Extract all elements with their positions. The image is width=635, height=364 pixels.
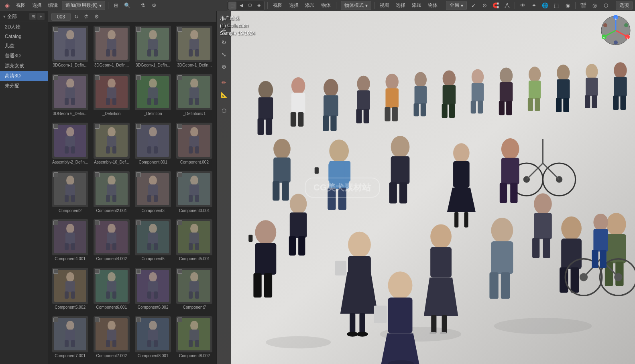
shading-dropdown[interactable]: 选项 bbox=[616, 1, 633, 10]
append-dropdown[interactable]: 追加(重用数据) ▾ bbox=[62, 1, 105, 10]
asset-checkbox-3[interactable] bbox=[177, 27, 182, 32]
asset-checkbox-16[interactable] bbox=[53, 220, 58, 225]
search-icon[interactable]: 🔍 bbox=[122, 1, 132, 10]
vp-object[interactable]: 物体 bbox=[425, 1, 440, 10]
asset-item-8[interactable]: Assembly-2_Defin... bbox=[50, 121, 90, 169]
asset-item-24[interactable]: Component7.001 bbox=[50, 315, 90, 362]
vis-icon5[interactable]: ◉ bbox=[563, 1, 572, 10]
nav-item-2[interactable]: 儿童 bbox=[0, 41, 48, 51]
asset-checkbox-12[interactable] bbox=[53, 172, 58, 177]
asset-checkbox-7[interactable] bbox=[177, 75, 182, 80]
asset-item-3[interactable]: 3DGeom-1_Defin... bbox=[174, 24, 215, 72]
asset-item-4[interactable]: 3DGeom-6_Defin... bbox=[50, 73, 90, 120]
asset-checkbox-23[interactable] bbox=[177, 269, 182, 274]
asset-item-16[interactable]: Component4.001 bbox=[50, 218, 90, 265]
asset-number-input[interactable] bbox=[51, 13, 71, 21]
filter-icon[interactable]: ⚗ bbox=[138, 1, 148, 10]
add-panel-btn[interactable]: + bbox=[37, 13, 45, 20]
eight-icon[interactable]: 八 bbox=[502, 1, 512, 10]
asset-checkbox-20[interactable] bbox=[53, 269, 58, 274]
asset-item-7[interactable]: _Defintion#1 bbox=[174, 73, 215, 120]
tool-rotate[interactable]: ↻ bbox=[218, 37, 230, 48]
wire-icon[interactable]: ⬡ bbox=[601, 1, 611, 10]
asset-checkbox-11[interactable] bbox=[177, 124, 182, 129]
nav-item-4[interactable]: 漂亮女孩 bbox=[0, 61, 48, 71]
asset-checkbox-0[interactable] bbox=[53, 27, 58, 32]
vp-menu-object[interactable]: 物体 bbox=[319, 1, 333, 10]
refresh-btn[interactable]: ↻ bbox=[72, 13, 80, 21]
asset-checkbox-21[interactable] bbox=[95, 269, 100, 274]
vp-add[interactable]: 添加 bbox=[409, 1, 424, 10]
asset-item-26[interactable]: Component8.001 bbox=[133, 315, 173, 362]
asset-checkbox-18[interactable] bbox=[136, 220, 141, 225]
asset-item-21[interactable]: Component6.001 bbox=[91, 266, 132, 314]
asset-item-10[interactable]: Component.001 bbox=[133, 121, 173, 169]
cursor-icon[interactable]: ↙ bbox=[468, 1, 478, 10]
menu-view[interactable]: 视图 bbox=[14, 1, 28, 10]
vis-icon2[interactable]: ✦ bbox=[529, 1, 539, 10]
global-dropdown[interactable]: 全局 ▾ bbox=[446, 1, 467, 10]
asset-checkbox-22[interactable] bbox=[136, 269, 141, 274]
asset-item-18[interactable]: Component5 bbox=[133, 218, 173, 265]
vp-view2[interactable]: 视图 bbox=[377, 1, 392, 10]
asset-item-19[interactable]: Component5.001 bbox=[174, 218, 215, 265]
tool-addcube[interactable]: ⬡ bbox=[218, 105, 230, 116]
asset-checkbox-5[interactable] bbox=[95, 75, 100, 80]
asset-item-0[interactable]: 3DGeom-1_Defin... bbox=[50, 24, 90, 72]
asset-settings-btn[interactable]: ⚙ bbox=[92, 12, 101, 21]
vp-menu-add[interactable]: 添加 bbox=[303, 1, 317, 10]
asset-checkbox-1[interactable] bbox=[95, 27, 100, 32]
app-icon[interactable]: ◈ bbox=[2, 1, 12, 10]
vis-icon1[interactable]: 👁 bbox=[518, 1, 527, 10]
asset-checkbox-26[interactable] bbox=[136, 317, 141, 322]
asset-item-13[interactable]: Component2.001 bbox=[91, 170, 132, 217]
asset-item-5[interactable]: _Defintion bbox=[91, 73, 132, 120]
vis-icon3[interactable]: 🌐 bbox=[540, 1, 550, 10]
vp-icon-3[interactable]: ⬡ bbox=[246, 2, 254, 10]
asset-item-20[interactable]: Component5.002 bbox=[50, 266, 90, 314]
asset-item-15[interactable]: Component3.001 bbox=[174, 170, 215, 217]
tool-annotate[interactable]: ✏ bbox=[218, 77, 230, 88]
nav-item-6[interactable]: 未分配 bbox=[0, 81, 48, 91]
object-mode-dropdown[interactable]: 物体模式 ▾ bbox=[341, 1, 371, 10]
asset-item-25[interactable]: Component7.002 bbox=[91, 315, 132, 362]
menu-edit[interactable]: 编辑 bbox=[46, 1, 60, 10]
tool-transform[interactable]: ⊕ bbox=[218, 61, 230, 72]
asset-checkbox-25[interactable] bbox=[95, 317, 100, 322]
vp-icon-2[interactable]: ◀ bbox=[237, 2, 245, 10]
asset-checkbox-13[interactable] bbox=[95, 172, 100, 177]
snap-icon[interactable]: 🧲 bbox=[491, 1, 501, 10]
asset-checkbox-4[interactable] bbox=[53, 75, 58, 80]
nav-item-0[interactable]: 2D人物 bbox=[0, 22, 48, 32]
tool-scale[interactable]: ⤡ bbox=[218, 49, 230, 60]
asset-item-22[interactable]: Component6.002 bbox=[133, 266, 173, 314]
asset-item-17[interactable]: Component4.002 bbox=[91, 218, 132, 265]
asset-checkbox-15[interactable] bbox=[177, 172, 182, 177]
asset-item-1[interactable]: 3DGeom-1_Defin... bbox=[91, 24, 132, 72]
asset-item-9[interactable]: Assembly-10_Def... bbox=[91, 121, 132, 169]
viewport[interactable]: CG美犬素材站 ▶ ✛ ↻ ⤡ ⊕ ✏ 📐 ⬡ 用户透视 (1) Collect… bbox=[217, 11, 635, 364]
vp-icon-1[interactable]: ⬚ bbox=[228, 2, 236, 10]
asset-item-14[interactable]: Component3 bbox=[133, 170, 173, 217]
grid-icon[interactable]: ⊞ bbox=[111, 1, 121, 10]
asset-item-2[interactable]: 3DGeom-1_Defin... bbox=[133, 24, 173, 72]
asset-item-23[interactable]: Component7 bbox=[174, 266, 215, 314]
vp-icon-4[interactable]: ◈ bbox=[255, 2, 263, 10]
expand-panel-btn[interactable]: ⊞ bbox=[29, 13, 37, 20]
asset-checkbox-24[interactable] bbox=[53, 317, 58, 322]
asset-checkbox-14[interactable] bbox=[136, 172, 141, 177]
asset-item-6[interactable]: _Defintion bbox=[133, 73, 173, 120]
nav-item-1[interactable]: Catalog bbox=[0, 32, 48, 41]
settings-icon[interactable]: ⚙ bbox=[149, 1, 159, 10]
vp-menu-select[interactable]: 选择 bbox=[287, 1, 301, 10]
asset-checkbox-10[interactable] bbox=[136, 124, 141, 129]
tool-measure[interactable]: 📐 bbox=[218, 89, 230, 100]
mat-icon[interactable]: ◎ bbox=[590, 1, 599, 10]
asset-checkbox-19[interactable] bbox=[177, 220, 182, 225]
nav-item-3[interactable]: 普通3D bbox=[0, 51, 48, 61]
asset-checkbox-8[interactable] bbox=[53, 124, 58, 129]
vp-select2[interactable]: 选择 bbox=[393, 1, 408, 10]
nav-item-5[interactable]: 高清3D bbox=[0, 71, 48, 81]
render-icon[interactable]: 🎬 bbox=[578, 1, 588, 10]
asset-checkbox-17[interactable] bbox=[95, 220, 100, 225]
